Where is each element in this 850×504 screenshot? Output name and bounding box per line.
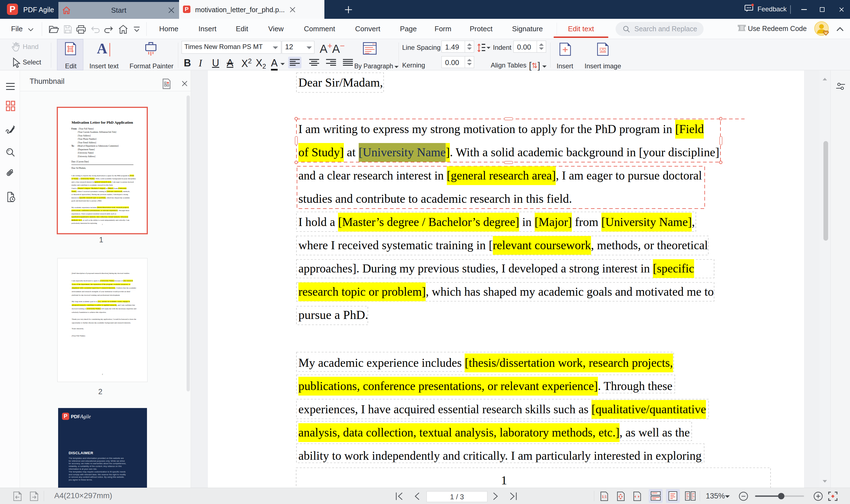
svg-text:1:1: 1:1: [602, 495, 607, 499]
